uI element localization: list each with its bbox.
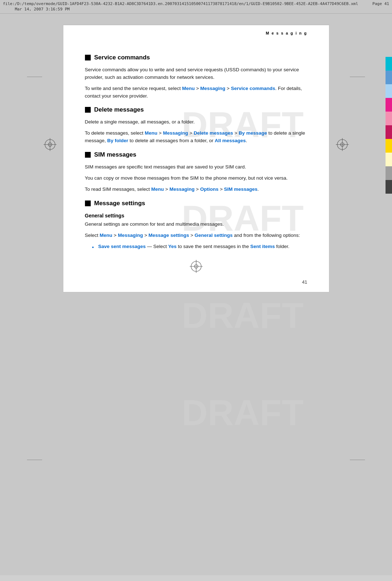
bullet-square-1 [85, 55, 91, 60]
heading-service-commands-text: Service commands [94, 54, 150, 61]
tab-pink [386, 112, 392, 125]
tab-darkmagenta [386, 125, 392, 139]
tab-gray [386, 166, 392, 180]
reg-line-tl [27, 77, 42, 77]
link-options-sim[interactable]: Options [200, 186, 218, 192]
heading-sim-messages: SIM messages [85, 151, 307, 158]
link-messaging-2[interactable]: Messaging [163, 130, 188, 136]
tab-magenta [386, 98, 392, 112]
link-service-commands[interactable]: Service commands [231, 86, 275, 91]
reg-line-tr [350, 77, 365, 77]
browser-path: file:/D:/temp/overmode/GUID-1AFD4F23-530… [3, 1, 358, 6]
heading-delete-messages: Delete messages [85, 106, 307, 113]
heading-message-settings: Message settings [85, 200, 307, 207]
link-sim-messages[interactable]: SIM messages [224, 186, 257, 192]
section-sim-messages: SIM messages SIM messages are specific t… [85, 151, 307, 193]
link-messaging-4[interactable]: Messaging [118, 233, 143, 238]
reg-line-bl [27, 460, 42, 460]
delete-messages-para-1: Delete a single message, all messages, o… [85, 118, 307, 126]
heading-message-settings-text: Message settings [94, 200, 145, 207]
tab-blue [386, 71, 392, 84]
link-menu-3[interactable]: Menu [151, 186, 164, 192]
section-delete-messages: Delete messages Delete a single message,… [85, 106, 307, 145]
bullet-square-4 [85, 201, 91, 206]
link-messaging-1[interactable]: Messaging [200, 86, 225, 91]
service-commands-para-2: To write and send the service request, s… [85, 85, 307, 100]
link-all-messages[interactable]: All messages [215, 138, 245, 143]
link-menu-2[interactable]: Menu [145, 130, 157, 136]
section-message-settings: Message settings General settings Genera… [85, 200, 307, 251]
sub-heading-general-settings: General settings [85, 213, 307, 219]
tab-yellow [386, 139, 392, 153]
delete-messages-para-2: To delete messages, select Menu > Messag… [85, 130, 307, 145]
link-by-folder[interactable]: By folder [107, 138, 129, 143]
tab-darkgray [386, 180, 392, 194]
side-color-tabs [386, 57, 392, 194]
reg-mark-right [336, 138, 349, 152]
link-menu-4[interactable]: Menu [100, 233, 112, 238]
bullet-save-sent: Save sent messages — Select Yes to save … [92, 243, 307, 251]
link-menu-1[interactable]: Menu [182, 86, 195, 91]
section-service-commands: Service commands Service commands allow … [85, 54, 307, 100]
bottom-color-bar: Cyan Magenta Yellow Black [0, 575, 392, 581]
heading-delete-messages-text: Delete messages [94, 106, 144, 113]
reg-line-br [350, 460, 365, 460]
reg-mark-left [44, 138, 57, 152]
tab-lightyellow [386, 153, 392, 166]
sim-messages-para-1: SIM messages are specific text messages … [85, 163, 307, 171]
sim-messages-para-3: To read SIM messages, select Menu > Mess… [85, 186, 307, 193]
tab-lightblue [386, 84, 392, 98]
browser-bar: file:/D:/temp/overmode/GUID-1AFD4F23-530… [0, 0, 392, 14]
link-general-settings[interactable]: General settings [195, 233, 233, 238]
sub-section-general-settings: General settings General settings are co… [85, 213, 307, 251]
link-yes[interactable]: Yes [168, 244, 176, 249]
general-settings-bullets: Save sent messages — Select Yes to save … [92, 243, 307, 251]
heading-service-commands: Service commands [85, 54, 307, 61]
browser-date: Mar 14, 2007 3:16:59 PM [15, 7, 69, 12]
link-message-settings[interactable]: Message settings [149, 233, 189, 238]
draft-watermark-4: DRAFT [182, 392, 304, 433]
link-save-sent[interactable]: Save sent messages [98, 244, 146, 249]
bullet-save-sent-text: Save sent messages — Select Yes to save … [98, 243, 289, 251]
page-number: 41 [63, 272, 329, 292]
general-settings-para-2: Select Menu > Messaging > Message settin… [85, 232, 307, 239]
service-commands-para-1: Service commands allow you to write and … [85, 66, 307, 81]
link-delete-messages[interactable]: Delete messages [194, 130, 233, 136]
page-content: DRAFT DRAFT DRAFT DRAFT M e s s a g i n … [63, 24, 329, 292]
link-by-message[interactable]: By message [239, 130, 267, 136]
browser-page: Page 41 [373, 1, 389, 6]
section-label: M e s s a g i n g [63, 25, 329, 40]
tab-cyan [386, 57, 392, 71]
link-sent-items[interactable]: Sent items [250, 244, 275, 249]
bullet-square-2 [85, 107, 91, 113]
draft-watermark-3: DRAFT [182, 295, 304, 336]
general-settings-para-1: General settings are common for text and… [85, 221, 307, 228]
link-messaging-3[interactable]: Messaging [170, 186, 195, 192]
bullet-square-3 [85, 152, 91, 158]
heading-sim-messages-text: SIM messages [94, 151, 136, 158]
sim-messages-para-2: You can copy or move those messages from… [85, 175, 307, 182]
